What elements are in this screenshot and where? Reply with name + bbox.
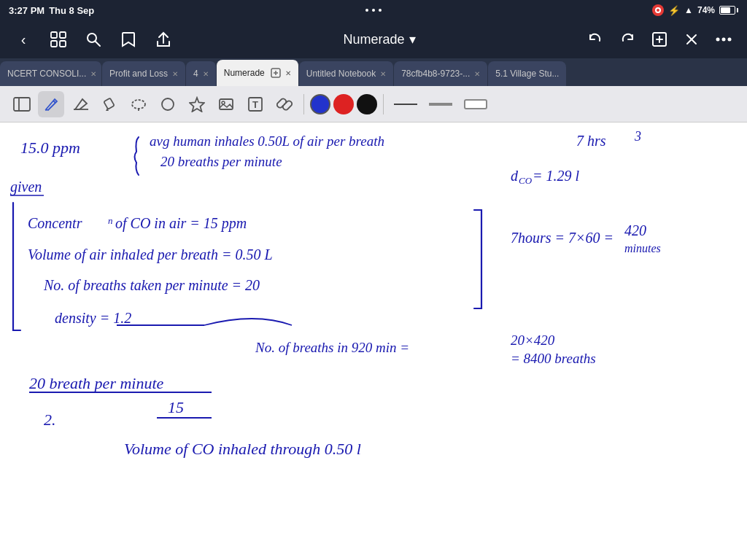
tab-4[interactable]: 4 ✕: [186, 61, 217, 86]
battery-icon: [719, 6, 738, 15]
svg-line-5: [96, 42, 101, 47]
highlighter-button[interactable]: [96, 91, 123, 117]
app-title[interactable]: Numerade ▾: [187, 31, 572, 47]
color-black-button[interactable]: [357, 94, 377, 114]
svg-point-10: [722, 38, 726, 42]
sidebar-icon: [13, 97, 31, 112]
record-icon: [655, 7, 661, 13]
svg-rect-19: [104, 98, 115, 109]
tab-numerade[interactable]: Numerade ✕: [217, 60, 299, 86]
tab-untitled[interactable]: Untitled Notebook ✕: [299, 61, 394, 86]
export-icon: [651, 31, 667, 47]
line-medium-button[interactable]: [425, 91, 457, 117]
svg-text:Concentr: Concentr: [28, 215, 82, 231]
svg-text:No. of breaths in 920 min =: No. of breaths in 920 min =: [255, 340, 409, 355]
svg-point-22: [162, 98, 174, 110]
line-thin-button[interactable]: [390, 91, 422, 117]
battery-percent: 74%: [697, 5, 715, 15]
tab-ncert[interactable]: NCERT CONSOLI... ✕: [0, 61, 102, 86]
status-bar: 3:27 PM Thu 8 Sep ⚡ ▲ 74%: [0, 0, 747, 20]
tab-ncert-close[interactable]: ✕: [90, 70, 96, 78]
tab-4-label: 4: [193, 69, 198, 79]
svg-text:= 1.29 l: = 1.29 l: [533, 168, 579, 184]
bluetooth-icon: ⚡: [668, 5, 680, 16]
svg-point-11: [728, 38, 732, 42]
tab-untitled-label: Untitled Notebook: [306, 69, 376, 79]
tab-78cfb[interactable]: 78cfb4b8-9723-... ✕: [394, 61, 488, 86]
grid-button[interactable]: [47, 28, 70, 51]
svg-text:avg human inhales 0.50L of air: avg human inhales 0.50L of air per breat…: [150, 133, 384, 149]
svg-text:d: d: [511, 168, 519, 184]
search-button[interactable]: [82, 28, 105, 51]
image-icon: [218, 96, 234, 112]
canvas-area[interactable]: 15.0 ppm avg human inhales 0.50L of air …: [0, 122, 747, 560]
status-right: ⚡ ▲ 74%: [652, 4, 738, 16]
export-button[interactable]: [648, 28, 671, 51]
handwriting-canvas: 15.0 ppm avg human inhales 0.50L of air …: [0, 122, 747, 560]
svg-text:15.0 ppm: 15.0 ppm: [20, 139, 80, 157]
link-button[interactable]: [271, 91, 298, 117]
svg-point-9: [716, 38, 720, 42]
svg-text:420: 420: [624, 222, 646, 238]
record-button[interactable]: [652, 4, 664, 16]
chevron-down-icon: ▾: [409, 31, 416, 47]
nav-actions: [584, 28, 735, 51]
more-icon: [716, 37, 732, 42]
date: Thu 8 Sep: [49, 5, 94, 16]
svg-text:3: 3: [634, 129, 641, 144]
color-red-button[interactable]: [333, 94, 354, 114]
line-thin-icon: [394, 104, 417, 105]
tab-numerade-close[interactable]: ✕: [285, 69, 291, 77]
tab-profitloss[interactable]: Profit and Loss ✕: [102, 61, 186, 86]
tab-78cfb-close[interactable]: ✕: [474, 70, 480, 78]
toolbar: T: [0, 86, 747, 122]
image-button[interactable]: [213, 91, 239, 117]
tab-profitloss-close[interactable]: ✕: [172, 70, 178, 78]
close-button[interactable]: [680, 28, 703, 51]
svg-text:T: T: [252, 99, 258, 110]
bookmark-icon: [121, 31, 136, 47]
undo-button[interactable]: [584, 28, 607, 51]
svg-line-17: [53, 101, 55, 103]
color-blue-button[interactable]: [310, 94, 330, 114]
svg-rect-2: [51, 41, 57, 47]
share-button[interactable]: [152, 28, 175, 51]
text-button[interactable]: T: [242, 91, 268, 117]
eraser-button[interactable]: [67, 91, 93, 117]
favorites-button[interactable]: [184, 91, 210, 117]
pen-button[interactable]: [38, 91, 64, 117]
text-icon: T: [247, 96, 263, 112]
tab-untitled-close[interactable]: ✕: [380, 70, 386, 78]
svg-rect-24: [220, 99, 233, 109]
grid-icon: [50, 31, 66, 47]
link-icon: [276, 96, 293, 112]
shapes-button[interactable]: [155, 91, 181, 117]
lasso-button[interactable]: [125, 91, 152, 117]
nav-bar: ‹ Numerade ▾: [0, 20, 747, 58]
svg-text:7hours = 7×60 =: 7hours = 7×60 =: [511, 230, 614, 246]
svg-text:20×420: 20×420: [511, 332, 555, 348]
redo-button[interactable]: [616, 28, 639, 51]
tab-4-close[interactable]: ✕: [203, 70, 209, 78]
svg-rect-3: [60, 41, 66, 47]
line-thick-icon: [464, 99, 487, 109]
svg-text:density   = 1.2: density = 1.2: [55, 310, 131, 327]
more-button[interactable]: [712, 28, 735, 51]
svg-rect-15: [14, 98, 30, 111]
svg-rect-1: [60, 32, 66, 38]
sidebar-toggle-button[interactable]: [9, 91, 35, 117]
back-button[interactable]: ‹: [12, 28, 35, 51]
tab-numerade-icon: [271, 68, 281, 78]
dot2: [372, 9, 375, 12]
bookmark-button[interactable]: [117, 28, 140, 51]
close-icon: [684, 32, 699, 47]
battery-body: [719, 6, 735, 15]
tab-village[interactable]: 5.1 Village Stu...: [488, 61, 566, 86]
separator-1: [303, 94, 304, 114]
status-center: [365, 9, 382, 12]
svg-text:n: n: [108, 215, 113, 226]
svg-text:minutes: minutes: [624, 242, 661, 254]
battery-tip: [737, 8, 738, 12]
line-thick-button[interactable]: [460, 91, 492, 117]
svg-text:2.: 2.: [44, 411, 56, 429]
